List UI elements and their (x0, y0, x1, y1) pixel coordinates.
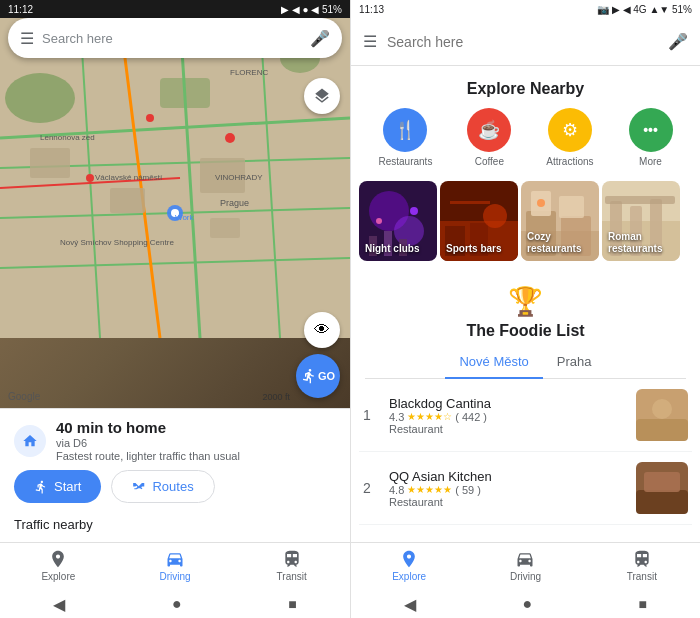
nav-transit-right[interactable]: Transit (584, 543, 700, 590)
stars-1: ★★★★☆ (407, 411, 452, 422)
recent-square-left[interactable]: ■ (288, 596, 296, 612)
prague-sub-label: Prague (220, 198, 249, 208)
more-label: More (639, 156, 662, 167)
lennon-label: Lennonova zed (40, 133, 95, 142)
category-attractions[interactable]: ⚙ Attractions (546, 108, 593, 167)
trophy-icon: 🏆 (365, 285, 686, 318)
photo-card-sportsbars[interactable]: Sports bars (440, 181, 518, 261)
restaurant-img-1 (636, 389, 688, 441)
restaurant-num-1: 1 (363, 407, 379, 423)
go-button[interactable]: GO (296, 354, 340, 398)
home-icon-wrap (14, 425, 46, 457)
compass-icon: 👁 (314, 321, 330, 339)
nav-driving-label-right: Driving (510, 571, 541, 582)
left-panel: 11:12 ▶ ◀ ● ◀ 51% ☰ Search here 🎤 (0, 0, 350, 618)
back-arrow-left[interactable]: ◀ (53, 595, 65, 614)
nav-explore-label-right: Explore (392, 571, 426, 582)
restaurant-name-1: Blackdog Cantina (389, 396, 626, 411)
nav-driving-label-left: Driving (159, 571, 190, 582)
restaurant-img-2 (636, 462, 688, 514)
status-icons-left: ▶ ◀ ● ◀ 51% (281, 4, 342, 15)
restaurant-item-2[interactable]: 2 QQ Asian Kitchen 4.8 ★★★★★ (59) Restau… (359, 452, 692, 525)
nav-icon (34, 480, 48, 494)
routes-button[interactable]: Routes (111, 470, 214, 503)
right-content[interactable]: Explore Nearby 🍴 Restaurants ☕ Coffee ⚙ … (351, 66, 700, 542)
driving-icon-left (165, 549, 185, 569)
smichov-label: Nový Smíchov Shopping Centre (60, 238, 174, 247)
nav-transit-left[interactable]: Transit (233, 543, 350, 590)
vinohrad-label: VINOHRADY (215, 173, 263, 182)
nav-transit-label-right: Transit (627, 571, 657, 582)
routes-label: Routes (152, 479, 193, 494)
work-label: Work (175, 213, 194, 222)
svg-rect-41 (559, 196, 584, 218)
hamburger-icon-right[interactable]: ☰ (363, 32, 377, 51)
hamburger-icon[interactable]: ☰ (20, 29, 34, 48)
photo-card-nightclubs[interactable]: Night clubs (359, 181, 437, 261)
explore-icon-right (399, 549, 419, 569)
restaurant-item-1[interactable]: 1 Blackdog Cantina 4.3 ★★★★☆ (442) Resta… (359, 379, 692, 452)
start-button[interactable]: Start (14, 470, 101, 503)
florenc-label: FLORENC (230, 68, 268, 77)
attractions-icon: ⚙ (548, 108, 592, 152)
restaurant-name-2: QQ Asian Kitchen (389, 469, 626, 484)
restaurants-icon: 🍴 (383, 108, 427, 152)
photo-card-cozy[interactable]: Cozy restaurants (521, 181, 599, 261)
home-circle-left[interactable]: ● (172, 595, 182, 613)
traffic-nearby-label: Traffic nearby (14, 511, 336, 536)
layers-icon (313, 87, 331, 105)
stars-2: ★★★★★ (407, 484, 452, 495)
restaurant-info-1: Blackdog Cantina 4.3 ★★★★☆ (442) Restaur… (389, 396, 626, 435)
tab-nove-mesto[interactable]: Nové Město (445, 348, 542, 379)
compass-button[interactable]: 👁 (304, 312, 340, 348)
svg-rect-35 (450, 201, 490, 204)
cozy-label: Cozy restaurants (527, 231, 599, 255)
nav-explore-label-left: Explore (41, 571, 75, 582)
svg-rect-50 (636, 419, 688, 441)
route-main: 40 min to home (56, 419, 240, 436)
category-more[interactable]: ••• More (629, 108, 673, 167)
mic-icon-left[interactable]: 🎤 (310, 29, 330, 48)
svg-rect-14 (110, 188, 145, 213)
svg-rect-54 (644, 472, 680, 492)
search-bar-left[interactable]: ☰ Search here 🎤 (8, 18, 342, 58)
route-via: via D6 (56, 437, 240, 449)
restaurant-type-1: Restaurant (389, 423, 626, 435)
nav-explore-right[interactable]: Explore (351, 543, 467, 590)
photo-card-roman[interactable]: Roman restaurants (602, 181, 680, 261)
transit-icon-left (282, 549, 302, 569)
category-restaurants[interactable]: 🍴 Restaurants (378, 108, 432, 167)
nav-driving-left[interactable]: Driving (117, 543, 234, 590)
search-bar-right[interactable]: ☰ 🎤 (351, 18, 700, 66)
mic-icon-right[interactable]: 🎤 (668, 32, 688, 51)
roman-label: Roman restaurants (608, 231, 680, 255)
restaurant-img-svg-1 (636, 389, 688, 441)
restaurant-num-2: 2 (363, 480, 379, 496)
google-label: Google (8, 391, 40, 402)
svg-rect-16 (210, 218, 240, 238)
map-area[interactable]: PRAGUE 1 Prague FLORENC VINOHRADY Nový S… (0, 18, 350, 408)
foodie-title: The Foodie List (365, 322, 686, 340)
category-coffee[interactable]: ☕ Coffee (467, 108, 511, 167)
tab-praha[interactable]: Praha (543, 348, 606, 379)
search-text-left: Search here (42, 31, 310, 46)
coffee-label: Coffee (475, 156, 504, 167)
search-input-right[interactable] (387, 34, 658, 50)
recent-square-right[interactable]: ■ (638, 596, 646, 612)
routes-icon (132, 480, 146, 494)
back-arrow-right[interactable]: ◀ (404, 595, 416, 614)
svg-rect-48 (605, 196, 675, 204)
svg-point-21 (86, 174, 94, 182)
bottom-nav-left: Explore Driving Transit (0, 542, 350, 590)
status-icons-right: 📷 ▶ ◀ 4G ▲▼ 51% (597, 4, 692, 15)
svg-point-51 (652, 399, 672, 419)
restaurant-img-svg-2 (636, 462, 688, 514)
nav-driving-right[interactable]: Driving (467, 543, 583, 590)
vaclav-label: Václavské náměstí (95, 173, 162, 182)
layers-button[interactable] (304, 78, 340, 114)
sportsbars-label: Sports bars (446, 243, 502, 255)
go-label: GO (318, 370, 335, 382)
home-circle-right[interactable]: ● (522, 595, 532, 613)
transit-icon-right (632, 549, 652, 569)
nav-explore-left[interactable]: Explore (0, 543, 117, 590)
